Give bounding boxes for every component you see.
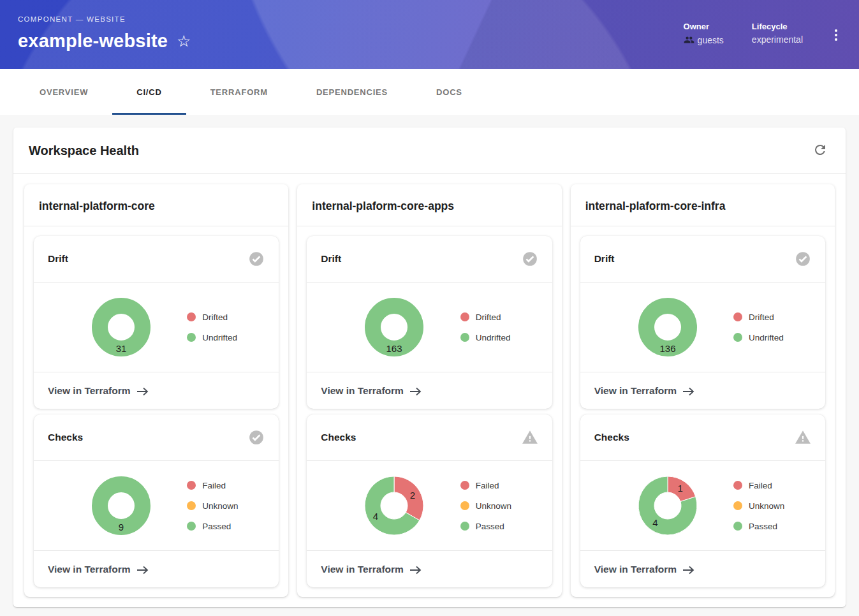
drift-card-title: Drift bbox=[48, 253, 68, 265]
legend-item-failed: Failed bbox=[733, 481, 810, 490]
favorite-star-icon[interactable]: ☆ bbox=[177, 33, 191, 49]
entity-header-left: COMPONENT — WEBSITE example-website ☆ bbox=[18, 13, 191, 52]
more-menu-button[interactable] bbox=[831, 24, 841, 46]
legend-item-passed: Passed bbox=[460, 522, 537, 531]
drift-donut-chart: 31 bbox=[83, 289, 159, 365]
view-in-terraform-label: View in Terraform bbox=[321, 385, 404, 397]
drift-card-title: Drift bbox=[594, 253, 615, 265]
legend-label: Unknown bbox=[202, 501, 238, 511]
refresh-icon bbox=[812, 142, 828, 158]
workspace-card-internal-plaform-core-infra: internal-plaform-core-infra Drift 136 Dr… bbox=[571, 184, 835, 597]
checks-card-title: Checks bbox=[48, 432, 83, 443]
legend-label: Failed bbox=[749, 481, 772, 490]
legend-item-unknown: Unknown bbox=[733, 501, 810, 511]
workspace-title: internal-plaform-core-apps bbox=[297, 184, 561, 226]
donut-value-label: 1 bbox=[677, 483, 682, 494]
chart-legend: FailedUnknownPassed bbox=[460, 481, 537, 531]
legend-item-undrifted: Undrifted bbox=[187, 333, 263, 342]
workspace-health-card: Workspace Health internal-platform-core … bbox=[13, 128, 846, 607]
check-circle-icon bbox=[248, 251, 265, 267]
legend-label: Drifted bbox=[749, 312, 774, 322]
drift-card-title: Drift bbox=[321, 253, 341, 265]
entity-header-meta: Owner guests Lifecycle experimental bbox=[684, 22, 841, 46]
drift-card: Drift 136 DriftedUndrifted View in Terra… bbox=[580, 236, 825, 409]
view-in-terraform-label: View in Terraform bbox=[594, 564, 677, 575]
tab-dependencies[interactable]: DEPENDENCIES bbox=[292, 69, 412, 115]
arrow-right-icon bbox=[682, 387, 695, 396]
legend-label: Undrifted bbox=[749, 333, 784, 342]
chart-legend: DriftedUndrifted bbox=[187, 312, 263, 342]
donut-value-label: 2 bbox=[410, 490, 415, 501]
legend-item-passed: Passed bbox=[733, 522, 810, 531]
checks-card-title: Checks bbox=[594, 432, 629, 443]
legend-dot-icon bbox=[187, 522, 196, 531]
legend-dot-icon bbox=[733, 522, 742, 531]
arrow-right-icon bbox=[409, 387, 422, 396]
refresh-button[interactable] bbox=[810, 140, 830, 162]
donut-value-label: 163 bbox=[386, 343, 402, 354]
donut-slice-undrifted bbox=[646, 306, 689, 349]
group-icon bbox=[684, 34, 694, 45]
legend-item-failed: Failed bbox=[460, 481, 537, 490]
tab-terraform[interactable]: TERRAFORM bbox=[186, 69, 292, 115]
view-in-terraform-label: View in Terraform bbox=[594, 385, 677, 397]
donut-value-label: 9 bbox=[119, 522, 124, 532]
legend-item-failed: Failed bbox=[187, 481, 263, 490]
legend-dot-icon bbox=[187, 333, 196, 342]
legend-label: Unknown bbox=[749, 501, 784, 511]
legend-label: Drifted bbox=[202, 312, 228, 322]
legend-dot-icon bbox=[460, 333, 469, 342]
page-title: example-website bbox=[18, 31, 168, 52]
legend-dot-icon bbox=[187, 481, 196, 490]
legend-label: Drifted bbox=[476, 312, 501, 322]
view-in-terraform-link[interactable]: View in Terraform bbox=[321, 564, 422, 575]
owner-label: Owner bbox=[684, 22, 724, 31]
legend-dot-icon bbox=[460, 501, 469, 510]
panel-title: Workspace Health bbox=[29, 143, 139, 158]
checks-donut-chart: 14 bbox=[629, 467, 706, 544]
drift-donut-chart: 163 bbox=[356, 289, 432, 365]
checks-card: Checks 24 FailedUnknownPassed View in Te… bbox=[307, 414, 552, 587]
drift-card: Drift 31 DriftedUndrifted View in Terraf… bbox=[34, 236, 279, 409]
arrow-right-icon bbox=[682, 566, 695, 575]
check-circle-icon bbox=[795, 251, 811, 267]
view-in-terraform-label: View in Terraform bbox=[48, 564, 131, 575]
checks-card: Checks 14 FailedUnknownPassed View in Te… bbox=[580, 414, 825, 587]
legend-item-undrifted: Undrifted bbox=[733, 333, 810, 342]
view-in-terraform-link[interactable]: View in Terraform bbox=[48, 385, 149, 397]
kebab-dot bbox=[835, 34, 837, 36]
donut-slice-undrifted bbox=[100, 306, 143, 349]
tab-docs[interactable]: DOCS bbox=[412, 69, 487, 115]
chart-legend: FailedUnknownPassed bbox=[187, 481, 263, 531]
checks-donut-chart: 9 bbox=[83, 467, 159, 544]
view-in-terraform-link[interactable]: View in Terraform bbox=[594, 564, 696, 575]
view-in-terraform-link[interactable]: View in Terraform bbox=[594, 385, 696, 397]
legend-dot-icon bbox=[733, 312, 742, 321]
donut-value-label: 4 bbox=[373, 511, 378, 522]
legend-dot-icon bbox=[733, 333, 742, 342]
warning-icon bbox=[522, 429, 538, 446]
legend-label: Unknown bbox=[476, 501, 511, 511]
legend-label: Undrifted bbox=[476, 333, 511, 342]
drift-card: Drift 163 DriftedUndrifted View in Terra… bbox=[307, 236, 552, 409]
legend-item-unknown: Unknown bbox=[187, 501, 263, 511]
donut-slice-failed bbox=[394, 476, 423, 520]
chart-legend: FailedUnknownPassed bbox=[733, 481, 810, 531]
breadcrumb: COMPONENT — WEBSITE bbox=[18, 15, 191, 23]
owner-link[interactable]: guests bbox=[698, 35, 724, 45]
lifecycle-label: Lifecycle bbox=[752, 22, 803, 31]
tab-bar: OVERVIEW CI/CD TERRAFORM DEPENDENCIES DO… bbox=[0, 69, 859, 115]
legend-dot-icon bbox=[733, 481, 742, 490]
view-in-terraform-link[interactable]: View in Terraform bbox=[48, 564, 149, 575]
legend-label: Failed bbox=[202, 481, 226, 490]
legend-label: Passed bbox=[202, 522, 231, 531]
checks-donut-chart: 24 bbox=[356, 467, 432, 544]
tab-cicd[interactable]: CI/CD bbox=[112, 69, 186, 115]
arrow-right-icon bbox=[409, 566, 422, 575]
tab-overview[interactable]: OVERVIEW bbox=[15, 69, 112, 115]
check-circle-icon bbox=[248, 429, 265, 446]
drift-donut-chart: 136 bbox=[629, 289, 706, 365]
legend-dot-icon bbox=[733, 501, 742, 510]
legend-item-drifted: Drifted bbox=[460, 312, 537, 322]
view-in-terraform-link[interactable]: View in Terraform bbox=[321, 385, 422, 397]
